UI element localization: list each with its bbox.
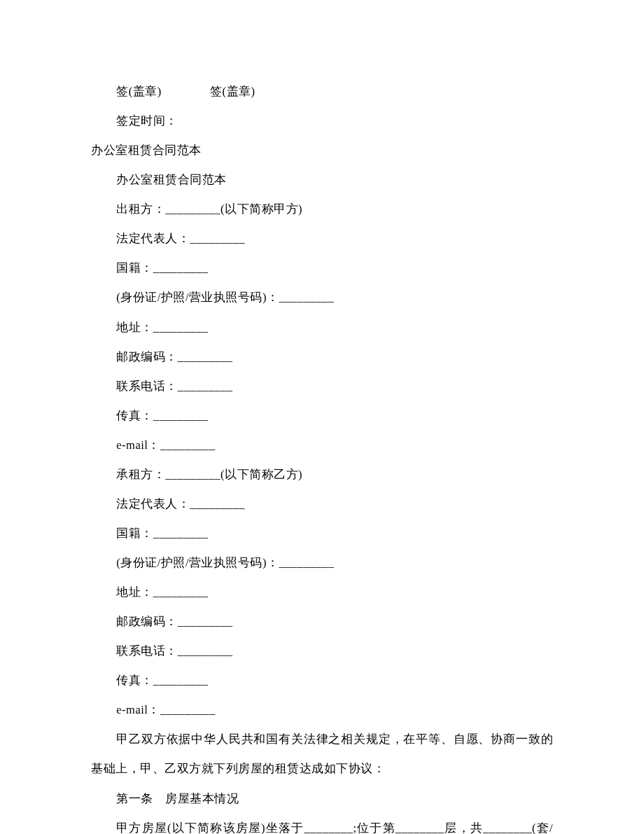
party-a-lessor: 出租方：_________(以下简称甲方): [91, 195, 553, 224]
party-a-id: (身份证/护照/营业执照号码)：_________: [91, 283, 553, 312]
preamble: 甲乙双方依据中华人民共和国有关法律之相关规定，在平等、自愿、协商一致的基础上，甲…: [91, 725, 553, 784]
signing-time: 签定时间：: [91, 106, 553, 136]
party-a-rep: 法定代表人：_________: [91, 224, 553, 253]
party-a-zip: 邮政编码：_________: [91, 342, 553, 372]
party-b-fax: 传真：_________: [91, 666, 553, 695]
section-title: 办公室租赁合同范本: [91, 136, 553, 165]
party-b-address: 地址：_________: [91, 578, 553, 607]
signature-line: 签(盖章) 签(盖章): [91, 77, 553, 106]
party-b-id: (身份证/护照/营业执照号码)：_________: [91, 548, 553, 578]
document-page: 签(盖章) 签(盖章) 签定时间： 办公室租赁合同范本 办公室租赁合同范本 出租…: [0, 0, 644, 834]
article-1-body: 甲方房屋(以下简称该房屋)坐落于________;位于第________层，共_…: [91, 814, 553, 834]
party-a-address: 地址：_________: [91, 313, 553, 342]
party-b-lessee: 承租方：_________(以下简称乙方): [91, 460, 553, 489]
party-a-email: e-mail：_________: [91, 431, 553, 460]
party-b-email: e-mail：_________: [91, 695, 553, 725]
signature-a: 签(盖章): [116, 85, 162, 98]
article-1-title: 第一条 房屋基本情况: [91, 784, 553, 814]
party-b-rep: 法定代表人：_________: [91, 489, 553, 519]
section-subtitle: 办公室租赁合同范本: [91, 165, 553, 195]
party-a-tel: 联系电话：_________: [91, 372, 553, 401]
party-b-zip: 邮政编码：_________: [91, 607, 553, 637]
party-b-nationality: 国籍：_________: [91, 519, 553, 548]
party-a-fax: 传真：_________: [91, 401, 553, 431]
party-a-nationality: 国籍：_________: [91, 253, 553, 283]
signature-b: 签(盖章): [210, 85, 255, 98]
party-b-tel: 联系电话：_________: [91, 637, 553, 666]
